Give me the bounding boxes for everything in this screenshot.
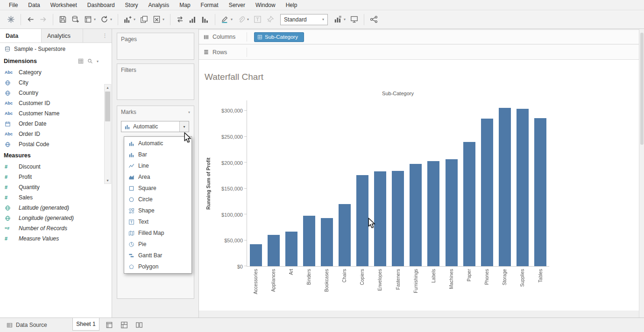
menu-map[interactable]: Map <box>174 2 195 8</box>
menu-format[interactable]: Format <box>196 2 224 8</box>
bar-phones[interactable] <box>481 119 493 266</box>
field-customer-id[interactable]: AbcCustomer ID <box>0 98 112 108</box>
mark-type-select[interactable]: Automatic ▾ <box>121 121 189 132</box>
bar-tables[interactable] <box>534 118 546 266</box>
field-order-date[interactable]: Order Date <box>0 119 112 129</box>
menu-worksheet[interactable]: Worksheet <box>45 2 82 8</box>
refresh-data-button[interactable]: ▾ <box>98 14 114 25</box>
bar-accessories[interactable] <box>250 244 262 266</box>
fix-axes-button[interactable] <box>264 14 276 25</box>
menu-analysis[interactable]: Analysis <box>143 2 175 8</box>
highlight-button[interactable]: ▾ <box>219 14 235 25</box>
bar-envelopes[interactable] <box>374 171 386 266</box>
duplicate-sheet-button[interactable] <box>138 14 150 25</box>
field-sales[interactable]: #Sales <box>0 192 112 203</box>
add-field-button[interactable]: ▾ <box>121 14 138 25</box>
data-source-tab[interactable]: Data Source <box>3 319 51 331</box>
menu-help[interactable]: Help <box>281 2 303 8</box>
bar-storage[interactable] <box>499 108 511 266</box>
clear-sheet-button[interactable]: ▾ <box>150 14 167 25</box>
new-story-button[interactable] <box>134 319 145 331</box>
pane-options-icon[interactable]: ⋮ <box>98 29 112 42</box>
share-button[interactable] <box>368 14 380 25</box>
new-worksheet-button[interactable] <box>104 319 115 331</box>
save-button[interactable] <box>57 14 69 25</box>
dimensions-scrollbar[interactable]: ▲ ▼ <box>104 84 111 184</box>
field-customer-name[interactable]: AbcCustomer Name <box>0 108 112 119</box>
sort-caret-icon[interactable]: ▾ <box>97 59 99 64</box>
vertical-scrollbar[interactable] <box>639 29 644 318</box>
redo-button[interactable] <box>37 14 50 25</box>
field-latitude-generated[interactable]: Latitude (generated) <box>0 203 112 213</box>
mark-type-text[interactable]: Text <box>124 216 191 227</box>
sort-ascending-button[interactable] <box>186 14 199 25</box>
pages-shelf[interactable]: Pages <box>117 33 194 60</box>
view-data-grid-icon[interactable] <box>78 58 84 64</box>
text-label-button[interactable] <box>251 14 264 25</box>
mark-type-filled-map[interactable]: Filled Map <box>124 227 191 239</box>
add-data-source-button[interactable] <box>69 14 82 25</box>
field-category[interactable]: AbcCategory <box>0 67 112 78</box>
swap-axes-button[interactable] <box>174 14 186 25</box>
sheet-tab-sheet1[interactable]: Sheet 1 <box>72 318 99 331</box>
mark-type-polygon[interactable]: Polygon <box>124 261 191 272</box>
bar-paper[interactable] <box>463 142 475 266</box>
mark-type-circle[interactable]: Circle <box>124 194 191 205</box>
bar-machines[interactable] <box>446 159 458 266</box>
rows-shelf[interactable]: Rows <box>199 45 639 60</box>
field-number-of-records[interactable]: =#Number of Records <box>0 223 112 233</box>
scrollbar-thumb[interactable] <box>640 33 644 145</box>
scroll-down-icon[interactable]: ▼ <box>105 177 111 184</box>
mark-type-shape[interactable]: Shape <box>124 205 191 216</box>
mark-type-pie[interactable]: Pie <box>124 239 191 250</box>
scroll-up-icon[interactable]: ▲ <box>105 85 111 91</box>
show-mark-labels-button[interactable]: ▾ <box>332 14 348 25</box>
columns-shelf[interactable]: Columns Sub-Category <box>199 29 639 44</box>
undo-button[interactable] <box>24 14 37 25</box>
field-postal-code[interactable]: Postal Code <box>0 139 112 149</box>
field-profit[interactable]: #Profit <box>0 172 112 182</box>
tab-analytics[interactable]: Analytics <box>42 29 83 42</box>
bar-fasteners[interactable] <box>392 171 404 266</box>
sort-descending-button[interactable] <box>199 14 212 25</box>
bar-art[interactable] <box>285 232 297 266</box>
field-measure-values[interactable]: #Measure Values <box>0 233 112 244</box>
bar-chairs[interactable] <box>339 204 351 266</box>
search-icon[interactable] <box>87 58 93 64</box>
menu-dashboard[interactable]: Dashboard <box>82 2 120 8</box>
new-dashboard-button[interactable] <box>119 319 130 331</box>
mark-type-gantt-bar[interactable]: Gantt Bar <box>124 250 191 261</box>
menu-file[interactable]: File <box>4 2 23 8</box>
bar-furnishings[interactable] <box>410 164 422 266</box>
bar-labels[interactable] <box>427 161 439 266</box>
menu-server[interactable]: Server <box>224 2 250 8</box>
field-discount[interactable]: #Discount <box>0 162 112 172</box>
bar-copiers[interactable] <box>356 175 368 266</box>
marks-caret-icon[interactable]: ▾ <box>188 110 190 114</box>
mark-type-caret-icon[interactable]: ▾ <box>179 121 189 132</box>
tab-data[interactable]: Data <box>0 29 42 42</box>
mark-type-automatic[interactable]: Automatic <box>124 138 191 149</box>
new-worksheet-button[interactable]: ▾ <box>82 14 98 25</box>
mark-type-square[interactable]: Square <box>124 183 191 194</box>
bar-bookcases[interactable] <box>321 218 333 266</box>
menu-window[interactable]: Window <box>250 2 281 8</box>
group-members-button[interactable]: ▾ <box>235 14 251 25</box>
field-quantity[interactable]: #Quantity <box>0 182 112 192</box>
scrollbar-thumb[interactable] <box>105 92 110 121</box>
filters-shelf[interactable]: Filters <box>117 64 194 100</box>
field-longitude-generated[interactable]: Longitude (generated) <box>0 213 112 223</box>
bar-appliances[interactable] <box>268 235 280 266</box>
field-city[interactable]: City <box>0 78 112 88</box>
mark-type-area[interactable]: Area <box>124 171 191 183</box>
fit-selector[interactable]: Standard▾ <box>280 14 328 25</box>
presentation-mode-button[interactable] <box>348 14 361 25</box>
bar-binders[interactable] <box>303 216 315 266</box>
field-order-id[interactable]: AbcOrder ID <box>0 129 112 139</box>
tableau-logo-button[interactable] <box>5 14 17 25</box>
bar-supplies[interactable] <box>517 109 529 266</box>
mark-type-line[interactable]: Line <box>124 160 191 171</box>
datasource-item[interactable]: Sample - Superstore <box>0 43 112 55</box>
menu-data[interactable]: Data <box>23 2 45 8</box>
pill-sub-category[interactable]: Sub-Category <box>254 32 304 42</box>
